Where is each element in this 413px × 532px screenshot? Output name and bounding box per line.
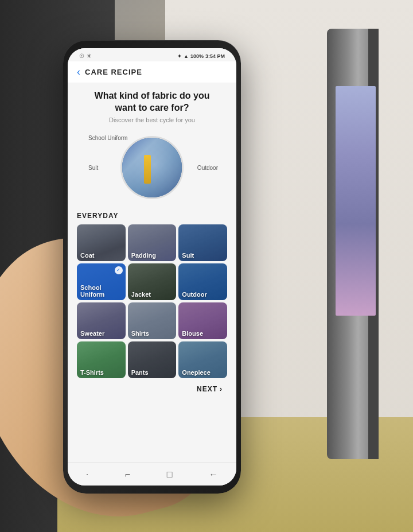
status-icon-2: ✳ (87, 53, 91, 59)
next-label: NEXT (197, 385, 217, 393)
grid-item-suit[interactable]: ✓ Suit (178, 224, 227, 261)
grid-item-outdoor[interactable]: ✓ Outdoor (178, 263, 227, 300)
shirts-label: Shirts (128, 328, 177, 339)
phone: ☉ ✳ ✦ ▲ 100% 3:54 PM ‹ CARE RECIPE What … (63, 40, 241, 494)
next-button[interactable]: NEXT › (197, 385, 223, 393)
wheel-label-suit: Suit (88, 164, 98, 170)
grid-item-sweater[interactable]: ✓ Sweater (77, 302, 126, 339)
grid-item-padding[interactable]: ✓ Padding (128, 224, 177, 261)
wifi-icon: ▲ (184, 53, 189, 59)
sweater-label: Sweater (77, 328, 126, 339)
next-arrow-icon: › (220, 385, 223, 393)
status-right-icons: ✦ ▲ 100% 3:54 PM (177, 53, 225, 59)
blouse-label: Blouse (178, 328, 227, 339)
grid-item-coat[interactable]: ✓ Coat (77, 224, 126, 261)
grid-item-jacket[interactable]: ✓ Jacket (128, 263, 177, 300)
onepiece-label: Onepiece (178, 367, 227, 378)
jacket-label: Jacket (128, 289, 177, 300)
wheel-circle[interactable] (120, 136, 184, 199)
items-grid: ✓ Coat ✓ Padding ✓ Suit (77, 224, 227, 378)
suit-label: Suit (178, 250, 227, 261)
bg-clothes (336, 86, 376, 316)
status-icon-1: ☉ (79, 53, 84, 59)
pants-label: Pants (128, 367, 177, 378)
school-label: SchoolUniform (77, 282, 126, 300)
section-label: EVERYDAY (77, 212, 227, 220)
grid-item-blouse[interactable]: ✓ Blouse (178, 302, 227, 339)
app-header: ‹ CARE RECIPE (68, 61, 236, 83)
bluetooth-icon: ✦ (177, 53, 182, 59)
main-content: What kind of fabric do youwant to care f… (68, 83, 236, 469)
nav-icon-home[interactable]: □ (167, 469, 173, 480)
grid-item-tshirts[interactable]: ✓ T-Shirts (77, 341, 126, 378)
grid-item-school-uniform[interactable]: ✓ SchoolUniform (77, 263, 126, 300)
nav-icon-dot: · (86, 469, 88, 480)
status-left-icons: ☉ ✳ (79, 53, 91, 59)
nav-icon-back[interactable]: ← (209, 469, 218, 480)
grid-item-onepiece[interactable]: ✓ Onepiece (178, 341, 227, 378)
phone-screen: ☉ ✳ ✦ ▲ 100% 3:54 PM ‹ CARE RECIPE What … (68, 48, 236, 486)
grid-item-shirts[interactable]: ✓ Shirts (128, 302, 177, 339)
bottom-nav: · ⌐ □ ← (68, 463, 236, 486)
question-title: What kind of fabric do youwant to care f… (77, 90, 227, 114)
school-checkmark: ✓ (115, 266, 123, 274)
outdoor-label: Outdoor (178, 289, 227, 300)
time-label: 3:54 PM (205, 53, 225, 59)
back-button[interactable]: ‹ (77, 66, 80, 78)
header-title: CARE RECIPE (85, 68, 142, 76)
tshirts-label: T-Shirts (77, 367, 126, 378)
nav-icon-recent[interactable]: ⌐ (125, 469, 130, 480)
next-btn-row: NEXT › (77, 383, 227, 395)
status-bar: ☉ ✳ ✦ ▲ 100% 3:54 PM (68, 48, 236, 61)
wheel-label-outdoor: Outdoor (197, 164, 218, 170)
battery-label: 100% (190, 53, 204, 59)
wheel-container[interactable]: School Uniform Suit Outdoor (77, 130, 227, 205)
padding-label: Padding (128, 250, 177, 261)
grid-item-pants[interactable]: ✓ Pants (128, 341, 177, 378)
coat-label: Coat (77, 250, 126, 261)
question-subtitle: Discover the best cycle for you (77, 117, 227, 123)
